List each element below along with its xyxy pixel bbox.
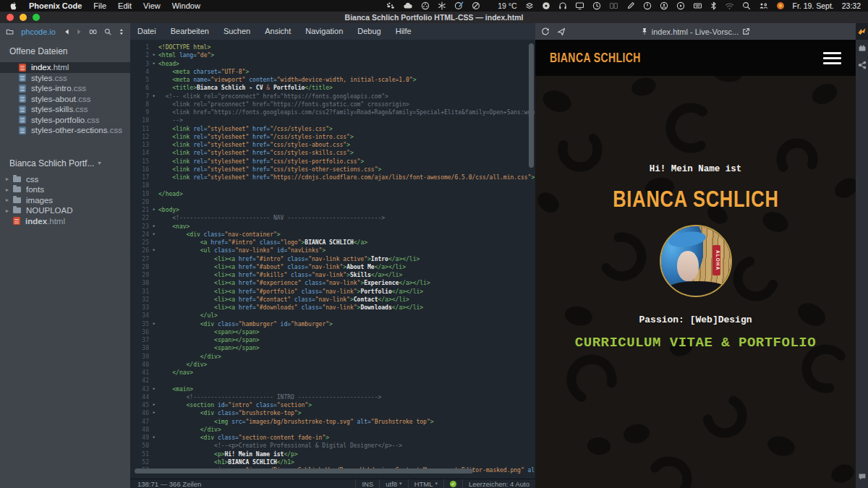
cloud-icon[interactable] [403,1,413,10]
code-line-46[interactable]: 46▾ <div class="brushstroke-top"> [130,409,535,417]
pencil-icon[interactable] [626,1,635,10]
code-line-22[interactable]: 22 <!-------------------------- NAV ----… [130,214,535,222]
tree-item-images[interactable]: ▸images [0,195,130,206]
code-line-28[interactable]: 28 <li><a href="#about" class="nav-link"… [130,263,535,271]
code-line-12[interactable]: 12 <link rel="stylesheet" href="/css/sty… [130,133,535,141]
open-external-icon[interactable] [742,27,750,35]
folder-outline-icon[interactable] [6,27,14,36]
code-line-13[interactable]: 13 <link rel="stylesheet" href="css/styl… [130,141,535,149]
code-line-4[interactable]: 4 <meta charset="UTF-8"> [130,68,535,76]
clock-icon[interactable] [592,1,601,10]
menu-suchen[interactable]: Suchen [216,23,258,40]
code-line-44[interactable]: 44 <!----------------------- INTRO -----… [130,393,535,401]
display-icon[interactable] [575,1,584,10]
fold-marker-icon[interactable]: ▾ [149,223,158,231]
paw-print-icon[interactable] [386,1,395,10]
editor-vertical-scrollbar[interactable] [529,43,534,168]
menubar-menu-window[interactable]: Window [172,1,200,10]
layers-icon[interactable] [525,1,534,10]
code-line-36[interactable]: 36 <span></span> [130,328,535,336]
progress-circle-icon[interactable] [472,1,480,10]
code-line-50[interactable]: 50 <!--<p>Creative Professional & Digita… [130,442,535,450]
code-line-41[interactable]: 41 </nav> [130,369,535,377]
fold-marker-icon[interactable]: ▾ [149,385,158,393]
fold-marker-icon[interactable]: ▾ [149,93,158,100]
search-icon[interactable] [742,1,751,10]
code-line-51[interactable]: 51 <p>Hi! Mein Name ist</p> [130,450,535,458]
open-file-index.html[interactable]: index.html [0,62,130,73]
share-button[interactable] [856,56,868,73]
fold-marker-icon[interactable]: ▾ [149,231,158,239]
open-file-styles-other-sections.css[interactable]: styles-other-sections.css [0,125,130,136]
code-editor[interactable]: 1<!DOCTYPE html>2▾<html lang="de">3▾<hea… [130,40,535,479]
live-preview-toggle[interactable] [856,23,868,40]
menu-navigation[interactable]: Navigation [298,23,350,40]
tree-item-index.html[interactable]: index.html [0,216,130,227]
code-line-39[interactable]: 39 </div> [130,353,535,361]
project-header[interactable]: Bianca Schlich Portf... ▾ [0,152,130,174]
fold-marker-icon[interactable]: ▾ [149,60,158,68]
chat-button[interactable] [856,468,868,485]
menubar-time[interactable]: 23:32 [842,1,861,10]
indent-settings[interactable]: Leerzeichen: 4 Auto [462,479,535,488]
code-line-18[interactable]: 18 [130,181,535,189]
open-file-styles-skills.css[interactable]: styles-skills.css [0,104,130,115]
hamburger-menu-icon[interactable] [823,52,841,64]
code-line-7[interactable]: 7▾ <!-- <link rel="preconnect" href="htt… [130,93,535,100]
language-selector[interactable]: HTML▾ [408,479,443,488]
menu-ansicht[interactable]: Ansicht [258,23,298,40]
menubar-menu-edit[interactable]: Edit [118,1,132,10]
code-line-32[interactable]: 32 <li><a href="#contact" class="nav-lin… [130,296,535,304]
aperture-icon[interactable] [421,1,430,10]
tree-item-fonts[interactable]: ▸fonts [0,184,130,195]
insert-mode-indicator[interactable]: INS [355,479,379,488]
code-line-20[interactable]: 20 [130,198,535,206]
menubar-menu-file[interactable]: File [93,1,106,10]
fold-marker-icon[interactable]: ▾ [149,409,158,417]
open-file-styles-about.css[interactable]: styles-about.css [0,94,130,105]
lint-status[interactable]: ✓ [443,479,462,488]
fold-marker-icon[interactable]: ▾ [149,434,158,442]
fold-marker-icon[interactable]: ▾ [149,247,158,254]
window-tiles-icon[interactable] [609,1,618,10]
code-line-6[interactable]: 6 <title>Bianca Schlich - CV & Portfolio… [130,84,535,92]
code-line-47[interactable]: 47 <img src="images/bg/brushstroke-top.s… [130,418,535,426]
sort-toggle-icon[interactable] [119,27,124,36]
find-in-files-icon[interactable] [89,27,97,36]
open-file-styles-intro.css[interactable]: styles-intro.css [0,83,130,94]
menubar-date[interactable]: Fr. 19. Sept. [793,1,834,10]
forward-arrow-icon[interactable] [77,28,82,35]
timer-icon[interactable] [643,1,652,10]
code-line-26[interactable]: 26▾ <ul class="nav-links" id="navLinks"> [130,247,535,254]
snowflake-icon[interactable] [438,1,446,10]
code-line-29[interactable]: 29 <li><a href="#skills" class="nav-link… [130,271,535,279]
code-line-21[interactable]: 21▾<body> [130,206,535,214]
code-line-34[interactable]: 34 </ul> [130,312,535,320]
code-line-8[interactable]: 8 <link rel="preconnect" href="https://f… [130,100,535,108]
code-line-35[interactable]: 35▾ <div class="hamburger" id="hamburger… [130,320,535,328]
apple-menu-icon[interactable] [9,1,17,11]
code-line-15[interactable]: 15 <link rel="stylesheet" href="css/styl… [130,158,535,166]
menu-hilfe[interactable]: Hilfe [388,23,419,40]
code-line-11[interactable]: 11 <link rel="stylesheet" href="/css/sty… [130,125,535,133]
weather-item[interactable]: 19 °C [488,1,516,10]
code-line-43[interactable]: 43▾ <main> [130,385,535,393]
headphones-icon[interactable] [558,1,567,10]
menubar-menu-view[interactable]: View [143,1,161,10]
tree-item-NOUPLOAD[interactable]: ▸NOUPLOAD [0,205,130,216]
user-switch-icon[interactable] [759,1,768,10]
person-circle-icon[interactable] [660,1,668,10]
code-line-2[interactable]: 2▾<html lang="de"> [130,51,535,59]
editor-horizontal-scrollbar[interactable] [135,468,473,474]
tree-item-css[interactable]: ▸css [0,174,130,185]
menu-datei[interactable]: Datei [130,23,163,40]
code-line-25[interactable]: 25 <a href="#intro" class="logo">BIANCA … [130,239,535,247]
open-file-styles-portfolio.css[interactable]: styles-portfolio.css [0,115,130,126]
code-line-30[interactable]: 30 <li><a href="#experience" class="nav-… [130,279,535,287]
encoding-selector[interactable]: utf8▾ [379,479,407,488]
menu-bearbeiten[interactable]: Bearbeiten [163,23,216,40]
stylus-globe-icon[interactable] [454,1,464,10]
code-line-19[interactable]: 19</head> [130,190,535,198]
code-line-31[interactable]: 31 <li><a href="#portfolio" class="nav-l… [130,288,535,296]
bluetooth-icon[interactable] [710,1,717,10]
